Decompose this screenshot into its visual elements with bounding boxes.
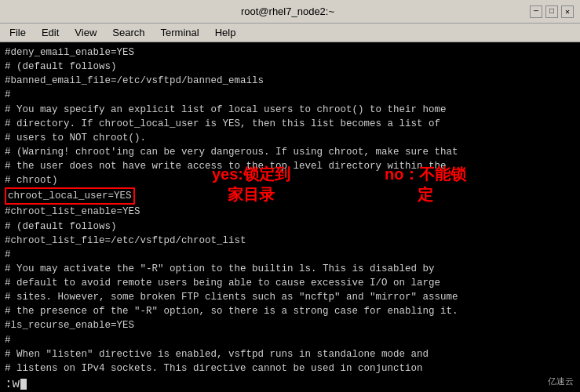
cmd-prefix: :w — [5, 377, 20, 391]
maximize-button[interactable]: □ — [545, 5, 558, 18]
menu-help[interactable]: Help — [209, 25, 243, 40]
menu-bar: File Edit View Search Terminal Help — [0, 24, 580, 42]
cursor — [20, 379, 27, 390]
command-line[interactable]: :w — [5, 377, 575, 391]
watermark: 亿速云 — [548, 376, 574, 387]
menu-view[interactable]: View — [68, 25, 103, 40]
menu-terminal[interactable]: Terminal — [155, 25, 206, 40]
close-button[interactable]: ✕ — [561, 5, 574, 18]
minimize-button[interactable]: ─ — [530, 5, 542, 18]
menu-edit[interactable]: Edit — [35, 25, 65, 40]
highlighted-line: chroot_local_user=YES — [5, 187, 135, 205]
menu-file[interactable]: File — [3, 25, 32, 40]
window-title: root@rhel7_node2:~ — [46, 5, 530, 17]
menu-search[interactable]: Search — [106, 25, 151, 40]
window-controls[interactable]: ─ □ ✕ — [530, 5, 574, 18]
title-bar: root@rhel7_node2:~ ─ □ ✕ — [0, 0, 580, 24]
terminal-content[interactable]: #deny_email_enable=YES # (default follow… — [0, 42, 580, 392]
terminal-text: #deny_email_enable=YES # (default follow… — [5, 45, 575, 376]
